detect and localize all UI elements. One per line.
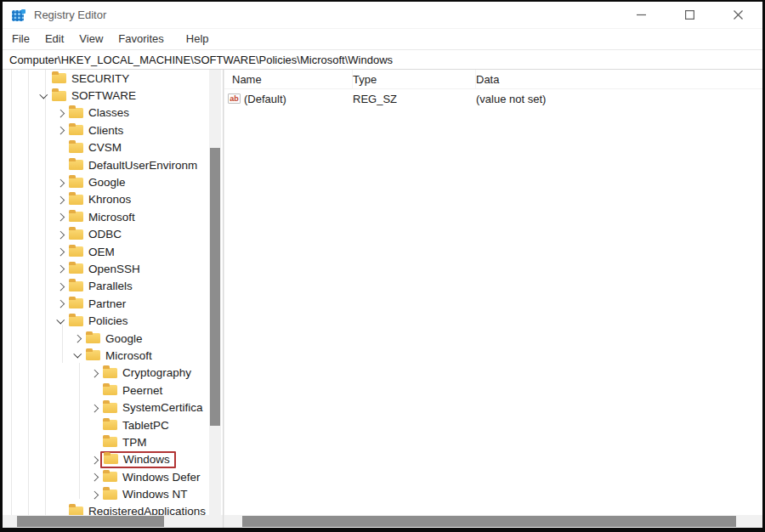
tree-item-label: OEM <box>88 246 115 258</box>
chevron-right-icon[interactable] <box>54 280 66 292</box>
tree-item[interactable]: SOFTWARE <box>3 87 223 104</box>
tree-item[interactable]: Microsoft <box>3 347 223 364</box>
tree-item-label: SOFTWARE <box>71 89 136 102</box>
tree-item[interactable]: Windows Defer <box>3 468 223 485</box>
tree-item[interactable]: SECURITY <box>3 70 223 87</box>
tree-item-label: Classes <box>88 106 129 119</box>
values-horizontal-scrollbar-thumb[interactable] <box>242 516 736 527</box>
chevron-right-icon[interactable] <box>54 263 66 274</box>
chevron-right-icon[interactable] <box>88 402 100 414</box>
tree-item[interactable]: Parallels <box>3 278 223 295</box>
tree-item[interactable]: DefaultUserEnvironm <box>3 156 223 173</box>
window-title: Registry Editor <box>34 8 106 21</box>
folder-icon <box>103 472 117 482</box>
tree-item-label: Windows <box>123 453 170 466</box>
registry-path: Computer\HKEY_LOCAL_MACHINE\SOFTWARE\Pol… <box>9 54 393 66</box>
folder-icon <box>69 160 83 170</box>
tree-item[interactable]: OEM <box>3 243 223 260</box>
chevron-placeholder <box>88 436 100 448</box>
chevron-right-icon[interactable] <box>54 229 66 241</box>
chevron-right-icon[interactable] <box>54 297 66 309</box>
folder-icon <box>103 420 117 430</box>
tree-item[interactable]: TabletPC <box>3 416 223 433</box>
tree-item[interactable]: CVSM <box>3 139 223 156</box>
menu-bar: File Edit View Favorites Help <box>3 29 762 50</box>
chevron-right-icon[interactable] <box>88 367 100 379</box>
close-button[interactable] <box>714 2 762 28</box>
chevron-right-icon[interactable] <box>54 107 66 119</box>
menu-file[interactable]: File <box>4 29 37 49</box>
maximize-button[interactable] <box>666 2 714 28</box>
tree-item[interactable]: Partner <box>3 295 223 312</box>
values-header-row: Name Type Data <box>224 70 762 89</box>
value-row[interactable]: ab (Default) REG_SZ (value not set) <box>224 89 762 108</box>
tree-item-label: OpenSSH <box>88 263 140 275</box>
folder-icon <box>69 125 83 135</box>
minimize-button[interactable] <box>617 2 666 28</box>
tree-item[interactable]: RegisteredApplications <box>3 503 223 515</box>
tree-item-label: Peernet <box>122 384 162 397</box>
folder-icon <box>69 108 83 118</box>
folder-icon <box>103 490 117 500</box>
chevron-right-icon[interactable] <box>88 471 100 483</box>
menu-help[interactable]: Help <box>178 29 217 49</box>
column-header-name[interactable]: Name <box>232 70 353 88</box>
tree-item[interactable]: Peernet <box>3 382 223 399</box>
chevron-right-icon[interactable] <box>54 211 66 223</box>
tree-item-label: SystemCertifica <box>122 401 203 414</box>
chevron-placeholder <box>54 142 66 154</box>
chevron-right-icon[interactable] <box>71 332 83 344</box>
folder-icon <box>103 368 117 378</box>
minimize-icon <box>637 10 646 20</box>
tree-item-label: ODBC <box>88 228 122 241</box>
folder-icon <box>69 229 83 240</box>
menu-favorites[interactable]: Favorites <box>110 29 171 49</box>
column-header-data[interactable]: Data <box>476 70 762 88</box>
tree-item[interactable]: Windows <box>3 451 223 468</box>
folder-icon <box>69 143 83 153</box>
tree: SECURITY SOFTWARE Classes Clients CVSM <box>3 70 223 515</box>
folder-icon <box>104 454 118 464</box>
chevron-placeholder <box>54 506 66 515</box>
tree-item[interactable]: TPM <box>3 433 223 450</box>
chevron-placeholder <box>88 419 100 431</box>
chevron-right-icon[interactable] <box>88 454 100 466</box>
chevron-placeholder <box>88 384 100 396</box>
tree-horizontal-scrollbar[interactable] <box>3 515 223 528</box>
chevron-right-icon[interactable] <box>54 194 66 206</box>
menu-edit[interactable]: Edit <box>37 29 71 49</box>
tree-item[interactable]: ODBC <box>3 226 223 243</box>
tree-item[interactable]: Khronos <box>3 191 223 208</box>
folder-icon <box>69 316 83 326</box>
tree-item[interactable]: Cryptography <box>3 365 223 382</box>
tree-item[interactable]: Microsoft <box>3 208 223 225</box>
tree-item[interactable]: Windows NT <box>3 485 223 502</box>
column-header-type[interactable]: Type <box>353 70 476 88</box>
chevron-placeholder <box>54 159 66 171</box>
tree-item[interactable]: Classes <box>3 105 223 122</box>
tree-vertical-scrollbar-thumb[interactable] <box>210 148 220 426</box>
values-horizontal-scrollbar[interactable] <box>224 515 762 528</box>
tree-item-label: RegisteredApplications <box>88 505 206 515</box>
tree-item[interactable]: Google <box>3 330 223 347</box>
chevron-down-icon[interactable] <box>54 315 66 327</box>
chevron-right-icon[interactable] <box>54 124 66 136</box>
folder-icon <box>69 263 83 274</box>
folder-icon <box>86 333 100 343</box>
tree-item[interactable]: Policies <box>3 312 223 329</box>
tree-item[interactable]: OpenSSH <box>3 260 223 277</box>
chevron-down-icon[interactable] <box>37 90 49 102</box>
tree-horizontal-scrollbar-thumb[interactable] <box>17 516 164 527</box>
menu-view[interactable]: View <box>71 29 110 49</box>
chevron-right-icon[interactable] <box>88 489 100 501</box>
chevron-down-icon[interactable] <box>71 349 83 361</box>
main-area: SECURITY SOFTWARE Classes Clients CVSM <box>3 70 762 528</box>
folder-icon <box>69 507 83 515</box>
chevron-right-icon[interactable] <box>54 177 66 189</box>
chevron-right-icon[interactable] <box>54 246 66 258</box>
tree-item[interactable]: Google <box>3 173 223 190</box>
tree-item[interactable]: SystemCertifica <box>3 399 223 416</box>
address-bar[interactable]: Computer\HKEY_LOCAL_MACHINE\SOFTWARE\Pol… <box>3 50 762 70</box>
tree-item[interactable]: Clients <box>3 122 223 139</box>
tree-vertical-scrollbar[interactable] <box>209 70 221 515</box>
